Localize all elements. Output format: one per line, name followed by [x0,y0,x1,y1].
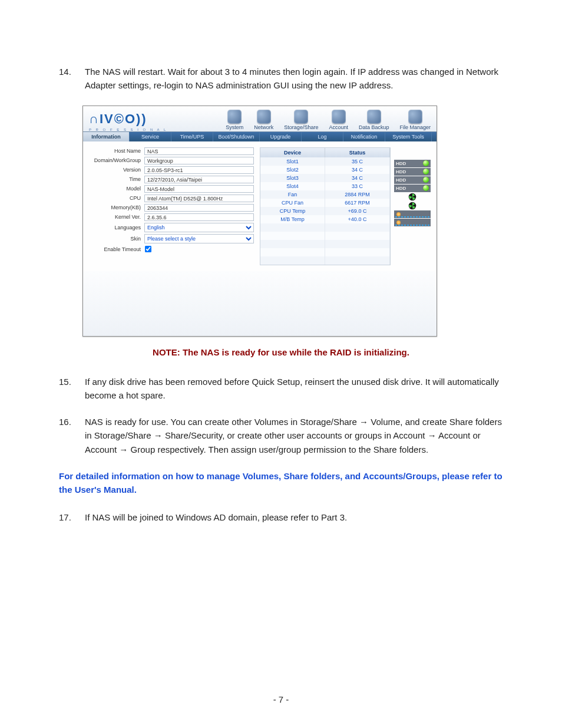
label-version: Version [89,167,144,173]
step-number: 14. [59,65,85,93]
nav-label: System [226,124,243,130]
led-ok-icon [423,185,429,191]
panel-bottom-space [83,271,437,336]
label-enable-timeout: Enable Timeout [89,246,144,252]
value-kernel: 2.6.35.6 [144,213,254,221]
nav-network[interactable]: Network [254,110,273,131]
nav-file-manager[interactable]: File Manager [399,110,431,131]
main-nav: System Network Storage/Share Account Dat… [226,110,431,131]
device-status-table: Device Status Slot135 C Slot234 C Slot33… [260,147,391,265]
file-manager-icon [408,110,422,124]
nas-admin-screenshot: ∩IV©O)) P R O F E S S I O N A L System N… [82,106,437,337]
logo-subtext: P R O F E S S I O N A L [89,128,167,131]
account-icon [332,110,346,124]
row-slot1: Slot135 C [260,157,390,166]
row-empty [260,248,390,256]
row-cpu-fan: CPU Fan6617 RPM [260,199,390,207]
tab-service[interactable]: Service [130,132,171,141]
step-number: 15. [59,375,85,403]
row-mb-temp: M/B Temp+40.0 C [260,215,390,223]
step-14: 14. The NAS will restart. Wait for about… [59,65,503,93]
label-kernel: Kernel Ver. [89,214,144,220]
skin-select[interactable]: Please select a style [144,234,254,243]
step-text: NAS is ready for use. You can create oth… [85,415,503,456]
row-slot3: Slot334 C [260,174,390,182]
enable-timeout-checkbox[interactable] [145,245,151,252]
step-text: If any disk drive has been removed befor… [85,375,503,403]
topbar: ∩IV©O)) P R O F E S S I O N A L System N… [83,106,437,132]
row-fan: Fan2884 RPM [260,190,390,199]
nav-account[interactable]: Account [329,110,348,131]
label-cpu: CPU [89,195,144,201]
label-languages: Languages [89,225,144,230]
tab-information[interactable]: Information [83,132,130,141]
row-empty [260,256,390,265]
col-device: Device [260,148,325,157]
value-time: 12/27/2010, Asia/Taipei [144,176,254,183]
nav-label: Data Backup [359,124,389,130]
step-17: 17. If NAS will be joined to Windows AD … [59,510,503,524]
step-number: 17. [59,510,85,524]
status-icons-column: HDD HDD HDD HDD [394,147,431,265]
nav-storage-share[interactable]: Storage/Share [284,110,318,131]
tab-notification[interactable]: Notification [343,132,385,141]
value-cpu: Intel Atom(TM) D525@ 1.800Hz [144,195,254,202]
value-memory: 2063344 [144,204,254,212]
fan-icon [394,193,431,201]
led-ok-icon [423,160,429,166]
hdd-icon-slot2: HDD [394,168,431,176]
led-ok-icon [423,177,429,183]
nav-data-backup[interactable]: Data Backup [359,110,389,131]
nav-label: Storage/Share [284,124,318,130]
system-info-table: Host NameNAS Domain/WorkGroupWorkgroup V… [89,147,254,265]
step-16: 16. NAS is ready for use. You can create… [59,415,503,456]
label-time: Time [89,176,144,182]
step-text: The NAS will restart. Wait for about 3 t… [85,65,503,93]
nav-label: Account [329,124,348,130]
logo-text: ∩IV©O)) [89,111,147,127]
device-table-header: Device Status [260,148,390,157]
tab-system-tools[interactable]: System Tools [385,132,432,141]
label-hostname: Host Name [89,148,144,154]
instruction-list-cont2: 17. If NAS will be joined to Windows AD … [59,510,503,524]
note-raid-initializing: NOTE: The NAS is ready for use while the… [59,347,503,357]
label-skin: Skin [89,236,144,242]
instruction-list-cont: 15. If any disk drive has been removed b… [59,375,503,456]
hdd-icon-slot4: HDD [394,185,431,192]
fan-icon [394,202,431,210]
nav-system[interactable]: System [226,110,243,131]
row-empty [260,223,390,232]
tab-time-ups[interactable]: Time/UPS [171,132,213,141]
language-select[interactable]: English [144,223,254,232]
system-icon [227,110,242,124]
value-hostname: NAS [144,147,254,155]
tab-log[interactable]: Log [302,132,343,141]
temp-gauge-icon [394,219,431,226]
page-number: - 7 - [0,694,562,704]
nav-label: Network [254,124,273,130]
value-version: 2.0.05-SP3-rc1 [144,166,254,174]
row-empty [260,232,390,240]
value-model: NAS-Model [144,185,254,193]
subtab-row: Information Service Time/UPS Boot/Shutdo… [83,132,437,141]
step-number: 16. [59,415,85,456]
temp-gauge-icon [394,210,431,218]
tab-boot-shutdown[interactable]: Boot/Shutdown [213,132,260,141]
label-memory: Memory(KB) [89,205,144,210]
document-page: 14. The NAS will restart. Wait for about… [0,0,562,728]
storage-icon [294,110,308,124]
information-panel: Host NameNAS Domain/WorkGroupWorkgroup V… [83,141,437,271]
step-text: If NAS will be joined to Windows AD doma… [85,510,503,524]
user-manual-reference: For detailed information on how to manag… [59,469,503,497]
label-domain: Domain/WorkGroup [89,157,144,163]
nav-label: File Manager [399,124,431,130]
tab-upgrade[interactable]: Upgrade [260,132,302,141]
value-domain: Workgroup [144,157,254,164]
backup-icon [367,110,381,124]
row-empty [260,240,390,248]
label-model: Model [89,186,144,192]
status-column: Device Status Slot135 C Slot234 C Slot33… [260,147,431,265]
brand-logo: ∩IV©O)) P R O F E S S I O N A L [89,111,167,131]
network-icon [257,110,271,124]
hdd-icon-slot1: HDD [394,160,431,167]
